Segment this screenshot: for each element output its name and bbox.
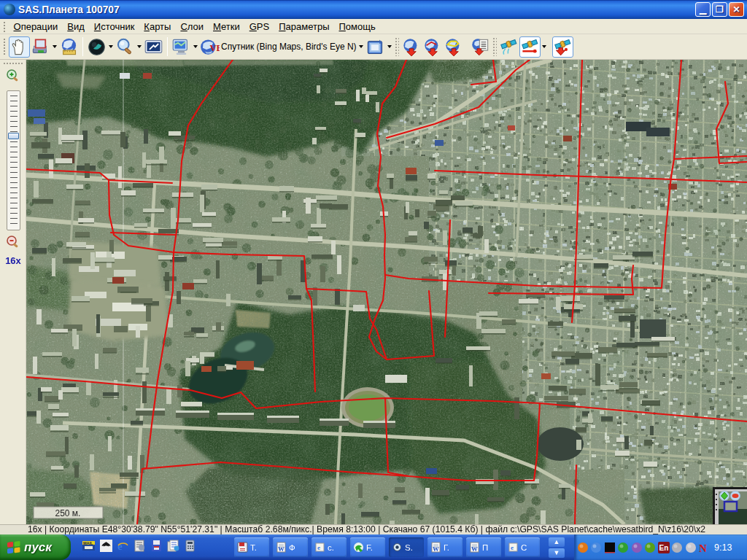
svg-text:e: e xyxy=(117,540,123,552)
svg-text:N: N xyxy=(699,542,707,553)
svg-text:e: e xyxy=(511,544,514,551)
svg-text:W: W xyxy=(433,545,439,553)
svg-text:VE: VE xyxy=(210,43,220,53)
svg-text:En: En xyxy=(659,544,668,552)
svg-text:MAIL: MAIL xyxy=(83,541,93,545)
svg-text:W: W xyxy=(278,545,285,553)
svg-text:W: W xyxy=(471,545,478,553)
svg-text:250 м.: 250 м. xyxy=(55,508,81,518)
svg-text:e: e xyxy=(317,544,320,551)
